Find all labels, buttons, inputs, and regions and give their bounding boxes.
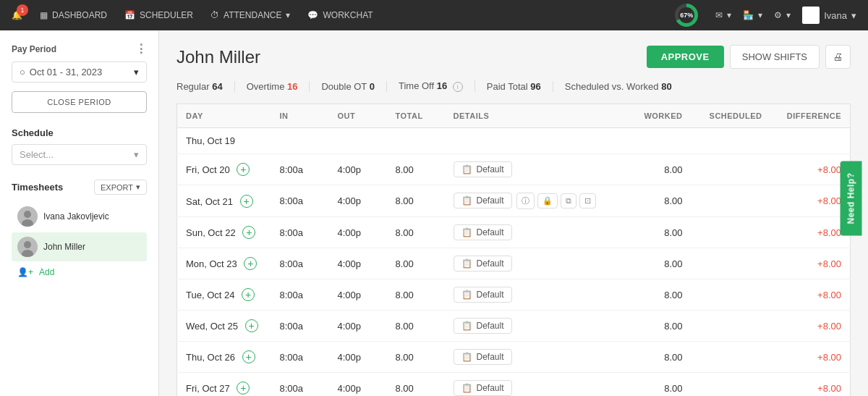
- print-icon: 🖨: [833, 51, 843, 62]
- print-button[interactable]: 🖨: [825, 45, 851, 69]
- table-header: DAY IN OUT TOTAL DETAILS WORKED SCHEDULE…: [177, 104, 851, 128]
- cell-details: 📋 Default: [445, 154, 619, 185]
- export-button[interactable]: EXPORT ▾: [94, 180, 147, 195]
- cell-in: 8:00a: [271, 154, 329, 185]
- notification-bell[interactable]: 🔔 1: [12, 10, 22, 20]
- cell-difference: +8.00: [771, 279, 851, 311]
- approve-button[interactable]: APPROVE: [647, 46, 724, 68]
- cell-total: 8.00: [387, 311, 445, 342]
- table-row: Wed, Oct 25 +8:00a4:00p8.00 📋 Default 8.…: [177, 311, 851, 342]
- pay-period-section: Pay Period ⋮: [12, 42, 147, 56]
- schedule-chevron-icon: ▾: [134, 149, 139, 160]
- nav-attendance[interactable]: ⏱ ATTENDANCE ▾: [210, 10, 290, 20]
- timesheets-section: Timesheets EXPORT ▾ Ivana Jakovljevic: [12, 180, 147, 282]
- calendar-detail-icon: 📋: [461, 195, 472, 206]
- main-layout: Pay Period ⋮ ○ Oct 01 - 31, 2023 ▾ CLOSE…: [0, 30, 868, 396]
- nav-scheduler[interactable]: 📅 SCHEDULER: [124, 10, 193, 20]
- person-item-ivana[interactable]: Ivana Jakovljevic: [12, 202, 147, 231]
- summary-paid-total: Paid Total 96: [487, 81, 553, 92]
- table-row: Fri, Oct 27 +8:00a4:00p8.00 📋 Default 8.…: [177, 373, 851, 397]
- summary-scheduled-vs-worked-value: 80: [661, 81, 671, 92]
- detail-tag: 📋 Default: [454, 287, 512, 303]
- detail-tag: 📋 Default: [454, 318, 512, 334]
- avatar-john: [17, 237, 38, 257]
- table-row: Sun, Oct 22 +8:00a4:00p8.00 📋 Default 8.…: [177, 217, 851, 248]
- close-period-button[interactable]: CLOSE PERIOD: [12, 91, 147, 113]
- detail-label: Default: [477, 195, 504, 206]
- cell-difference: +8.00: [771, 217, 851, 248]
- lock-action-button[interactable]: 🔒: [537, 193, 558, 208]
- add-person-button[interactable]: 👤+ Add: [12, 263, 147, 282]
- summary-double-ot-value: 0: [370, 81, 375, 92]
- add-shift-button[interactable]: +: [237, 163, 250, 176]
- show-shifts-button[interactable]: SHOW SHIFTS: [730, 45, 820, 69]
- messages-chevron-icon: ▾: [727, 10, 731, 20]
- date-chevron-icon: ▾: [134, 67, 139, 77]
- help-tab[interactable]: Need Help?: [840, 161, 861, 235]
- cell-scheduled: [692, 248, 771, 279]
- person-item-john[interactable]: John Miller: [12, 232, 147, 261]
- add-shift-button[interactable]: +: [245, 319, 258, 332]
- add-shift-button[interactable]: +: [242, 288, 255, 301]
- cell-total: 8.00: [387, 373, 445, 397]
- delete-action-button[interactable]: ⊡: [579, 193, 596, 208]
- export-chevron-icon: ▾: [136, 182, 140, 192]
- cell-worked: 8.00: [619, 154, 692, 185]
- nav-user[interactable]: Ivana ▾: [802, 7, 856, 24]
- add-shift-button[interactable]: +: [244, 257, 257, 270]
- cell-out: 4:00p: [329, 248, 387, 279]
- svg-point-4: [24, 241, 31, 248]
- add-shift-button[interactable]: +: [240, 195, 253, 208]
- cell-details: 📋 Default: [445, 342, 619, 373]
- settings-icon: ⚙: [774, 10, 782, 20]
- progress-circle[interactable]: 67%: [675, 4, 698, 27]
- cell-difference: +8.00: [771, 185, 851, 217]
- cell-day: Sun, Oct 22 +: [177, 217, 271, 248]
- cell-scheduled: [692, 311, 771, 342]
- cell-difference: +8.00: [771, 311, 851, 342]
- attendance-icon: ⏱: [210, 10, 219, 20]
- calendar-icon: ○: [20, 67, 25, 77]
- pay-period-menu-icon[interactable]: ⋮: [135, 42, 147, 56]
- date-range-selector[interactable]: ○ Oct 01 - 31, 2023 ▾: [12, 62, 147, 83]
- cell-in: [271, 128, 329, 154]
- cell-out: 4:00p: [329, 342, 387, 373]
- nav-dashboard[interactable]: ▦ DASHBOARD: [40, 10, 107, 20]
- summary-regular-value: 64: [212, 81, 222, 92]
- detail-tag: 📋 Default: [454, 224, 512, 240]
- cell-worked: 8.00: [619, 311, 692, 342]
- summary-scheduled-vs-worked: Scheduled vs. Worked 80: [565, 81, 684, 92]
- top-nav: 🔔 1 ▦ DASHBOARD 📅 SCHEDULER ⏱ ATTENDANCE…: [0, 0, 868, 30]
- calendar-detail-icon: 📋: [461, 258, 472, 269]
- copy-action-button[interactable]: ⧉: [561, 193, 576, 208]
- cell-scheduled: [692, 128, 771, 154]
- time-off-info-icon[interactable]: i: [453, 82, 463, 92]
- col-header-out: OUT: [329, 104, 387, 128]
- cell-out: 4:00p: [329, 279, 387, 311]
- detail-label: Default: [477, 352, 504, 362]
- calendar-detail-icon: 📋: [461, 290, 472, 300]
- dashboard-icon: ▦: [40, 10, 48, 20]
- schedule-dropdown[interactable]: Select... ▾: [12, 144, 147, 165]
- table-row: Sat, Oct 21 +8:00a4:00p8.00 📋 Default ⓘ …: [177, 185, 851, 217]
- avatar-ivana: [17, 206, 38, 227]
- cell-in: 8:00a: [271, 185, 329, 217]
- cell-in: 8:00a: [271, 311, 329, 342]
- add-shift-button[interactable]: +: [237, 382, 250, 395]
- nav-messages[interactable]: ✉ ▾: [715, 10, 731, 20]
- add-shift-button[interactable]: +: [242, 226, 255, 239]
- info-action-button[interactable]: ⓘ: [516, 193, 535, 209]
- detail-label: Default: [477, 321, 504, 331]
- cell-details: [445, 128, 619, 154]
- svg-point-1: [24, 211, 31, 218]
- nav-store[interactable]: 🏪 ▾: [743, 10, 762, 20]
- cell-details: 📋 Default: [445, 373, 619, 397]
- add-shift-button[interactable]: +: [242, 350, 255, 363]
- detail-tag: 📋 Default: [454, 161, 512, 177]
- nav-workchat[interactable]: 💬 WORKCHAT: [307, 10, 373, 20]
- nav-settings[interactable]: ⚙ ▾: [774, 10, 791, 20]
- cell-difference: [771, 128, 851, 154]
- summary-overtime: Overtime 16: [247, 81, 310, 92]
- cell-worked: 8.00: [619, 373, 692, 397]
- cell-day: Thu, Oct 26 +: [177, 342, 271, 373]
